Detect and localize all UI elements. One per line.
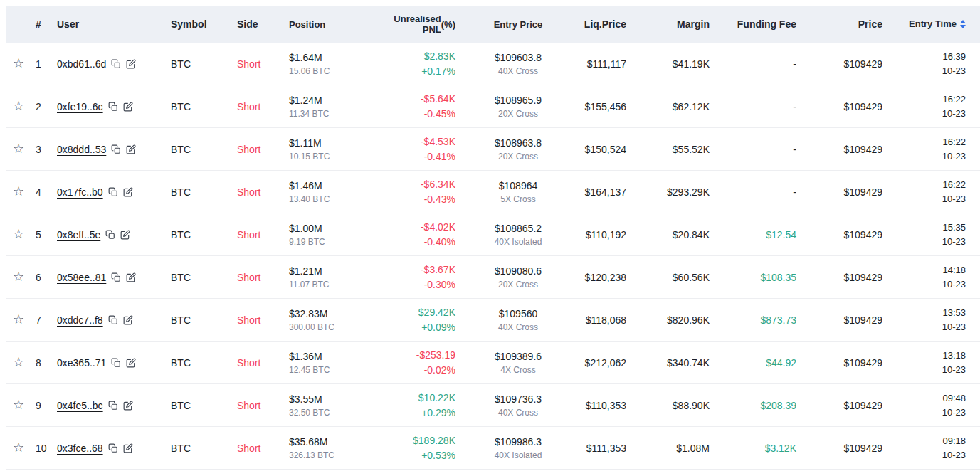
- entry-price-cell: $109080.6 20X Cross: [467, 264, 569, 291]
- header-rank: #: [31, 18, 57, 30]
- symbol: BTC: [171, 229, 235, 240]
- favorite-star-icon[interactable]: ☆: [13, 228, 24, 240]
- table-header-row: # User Symbol Side Position Unrealised P…: [6, 6, 980, 43]
- user-address-link[interactable]: 0xbd61..6d: [57, 58, 106, 70]
- table-row: ☆ 1 0xbd61..6d BTC Short $1.64M 15.06 BT…: [6, 43, 980, 85]
- edit-icon[interactable]: [123, 443, 133, 453]
- pnl-value: $10.22K: [376, 391, 455, 406]
- funding-fee: -: [721, 186, 808, 198]
- favorite-star-icon[interactable]: ☆: [13, 356, 24, 369]
- user-address-link[interactable]: 0xfe19..6c: [57, 101, 103, 112]
- user-address-link[interactable]: 0x3fce..68: [57, 443, 103, 454]
- leverage-mode: 20X Cross: [467, 107, 569, 120]
- positions-table: # User Symbol Side Position Unrealised P…: [0, 0, 980, 470]
- copy-icon[interactable]: [111, 59, 121, 69]
- entry-time-cell: 16:22 10-23: [894, 178, 980, 206]
- user-address-link[interactable]: 0x8ddd..53: [57, 144, 106, 155]
- leverage-mode: 20X Cross: [467, 278, 569, 291]
- position-value: $1.36M: [289, 349, 376, 364]
- header-pnl-pct-label: (%): [441, 19, 455, 30]
- entry-time: 16:22: [894, 92, 966, 107]
- leverage-mode: 40X Isolated: [467, 236, 569, 248]
- edit-icon[interactable]: [123, 401, 133, 411]
- pnl-percent: -0.30%: [376, 277, 455, 292]
- edit-icon[interactable]: [120, 230, 130, 240]
- edit-icon[interactable]: [126, 144, 136, 154]
- user-cell: 0x17fc..b0: [57, 186, 171, 198]
- rank: 1: [31, 58, 57, 70]
- user-cell: 0xbd61..6d: [57, 58, 171, 70]
- header-position: Position: [283, 19, 376, 30]
- liq-price: $110,353: [569, 400, 638, 411]
- favorite-cell: ☆: [6, 441, 31, 455]
- liq-price: $111,353: [569, 443, 638, 454]
- pnl-cell: $10.22K +0.29%: [376, 391, 467, 420]
- edit-icon[interactable]: [126, 272, 136, 282]
- entry-price-value: $109986.3: [467, 435, 569, 449]
- pnl-value: $29.42K: [376, 305, 455, 320]
- copy-icon[interactable]: [111, 358, 121, 368]
- copy-icon[interactable]: [108, 187, 118, 197]
- favorite-star-icon[interactable]: ☆: [13, 270, 24, 283]
- entry-date: 10-23: [894, 277, 966, 292]
- favorite-star-icon[interactable]: ☆: [13, 313, 24, 326]
- copy-icon[interactable]: [108, 401, 118, 411]
- entry-time: 16:22: [894, 178, 966, 192]
- entry-price-cell: $109603.8 40X Cross: [467, 51, 569, 78]
- entry-time-cell: 09:48 10-23: [894, 391, 980, 420]
- user-address-link[interactable]: 0x4fe5..bc: [57, 400, 103, 411]
- copy-icon[interactable]: [111, 144, 121, 154]
- table-row: ☆ 5 0x8eff..5e BTC Short $1.00M 9.19 BTC…: [6, 213, 980, 256]
- position-value: $32.83M: [289, 307, 376, 321]
- entry-price-value: $109080.6: [467, 264, 569, 278]
- pnl-cell: -$4.53K -0.41%: [376, 134, 467, 164]
- copy-icon[interactable]: [111, 272, 121, 282]
- position-cell: $1.11M 10.15 BTC: [283, 136, 376, 163]
- entry-price-value: $109736.3: [467, 392, 569, 406]
- edit-icon[interactable]: [123, 315, 133, 325]
- user-address-link[interactable]: 0xddc7..f8: [57, 314, 103, 326]
- favorite-star-icon[interactable]: ☆: [13, 441, 24, 454]
- copy-icon[interactable]: [108, 315, 118, 325]
- entry-price-cell: $109389.6 4X Cross: [467, 349, 569, 376]
- edit-icon[interactable]: [123, 187, 133, 197]
- favorite-star-icon[interactable]: ☆: [13, 185, 24, 198]
- user-address-link[interactable]: 0x17fc..b0: [57, 186, 103, 198]
- user-address-link[interactable]: 0xe365..71: [57, 357, 106, 369]
- favorite-star-icon[interactable]: ☆: [13, 142, 24, 155]
- entry-price-cell: $109736.3 40X Cross: [467, 392, 569, 419]
- entry-price-value: $108963.8: [467, 136, 569, 150]
- position-cell: $3.55M 32.50 BTC: [283, 392, 376, 419]
- user-address-link[interactable]: 0x58ee..81: [57, 272, 106, 283]
- liq-price: $150,524: [569, 144, 638, 155]
- user-address-link[interactable]: 0x8eff..5e: [57, 229, 100, 240]
- copy-icon[interactable]: [108, 102, 118, 112]
- pnl-percent: +0.53%: [376, 448, 455, 463]
- symbol: BTC: [171, 272, 235, 283]
- pnl-value: $2.83K: [376, 49, 455, 64]
- header-entry-time-sort[interactable]: Entry Time: [894, 17, 980, 31]
- header-side: Side: [235, 18, 283, 30]
- position-amount: 11.34 BTC: [289, 107, 376, 120]
- price: $109429: [808, 272, 894, 283]
- edit-icon[interactable]: [126, 358, 136, 368]
- copy-icon[interactable]: [105, 230, 115, 240]
- position-cell: $1.46M 13.40 BTC: [283, 179, 376, 206]
- edit-icon[interactable]: [123, 102, 133, 112]
- margin: $20.84K: [638, 229, 721, 240]
- sort-arrows-icon: [960, 20, 966, 28]
- side: Short: [235, 229, 283, 240]
- pnl-cell: -$3.67K -0.30%: [376, 263, 467, 292]
- pnl-value: $189.28K: [376, 433, 455, 448]
- favorite-cell: ☆: [6, 398, 31, 412]
- edit-icon[interactable]: [126, 59, 136, 69]
- entry-time: 13:18: [894, 349, 966, 363]
- favorite-star-icon[interactable]: ☆: [13, 57, 24, 70]
- favorite-star-icon[interactable]: ☆: [13, 100, 24, 112]
- funding-fee: $44.92: [721, 357, 808, 369]
- entry-time: 16:22: [894, 135, 966, 149]
- favorite-star-icon[interactable]: ☆: [13, 398, 24, 411]
- price: $109429: [808, 58, 894, 70]
- entry-price-value: $108865.2: [467, 221, 569, 236]
- copy-icon[interactable]: [108, 443, 118, 453]
